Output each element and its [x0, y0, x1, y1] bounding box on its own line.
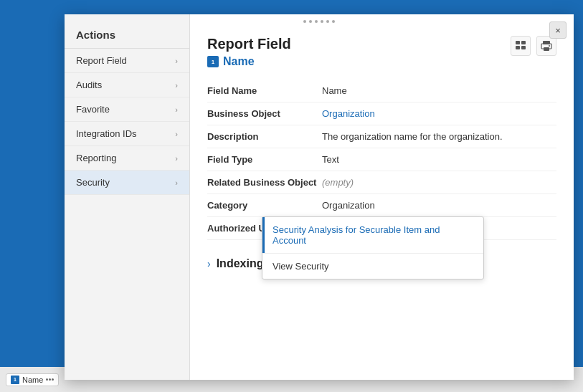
dropdown-item-view-security[interactable]: View Security: [262, 253, 483, 279]
field-label: Description: [207, 131, 322, 142]
dropdown-item-security-analysis[interactable]: Security Analysis for Securable Item and…: [262, 217, 483, 253]
close-button[interactable]: ×: [549, 21, 567, 39]
sidebar-item-reporting[interactable]: Reporting ›: [65, 146, 189, 171]
field-label: Field Name: [207, 85, 322, 96]
sidebar-item-security[interactable]: Security ›: [65, 171, 189, 195]
field-label: Related Business Object: [207, 177, 322, 188]
modal-title: Report Field: [207, 36, 291, 52]
svg-rect-0: [516, 41, 520, 44]
chevron-icon: ›: [175, 178, 178, 187]
svg-rect-1: [521, 41, 526, 44]
svg-rect-2: [516, 46, 520, 49]
chevron-icon: ›: [175, 57, 178, 65]
chevron-icon: ›: [175, 154, 178, 163]
field-row-business-object: Business Object Organization: [207, 102, 556, 125]
field-value: The organization name for the organizati…: [322, 131, 556, 142]
field-row-field-type: Field Type Text: [207, 148, 556, 171]
field-row-related-business-object: Related Business Object (empty): [207, 171, 556, 194]
modal-header: Report Field 1 Name: [207, 29, 556, 68]
sidebar-item-integration-ids[interactable]: Integration IDs ›: [65, 122, 189, 146]
section-expand-icon: ›: [207, 258, 211, 269]
main-content: Report Field 1 Name: [190, 14, 574, 380]
sidebar: Actions Report Field › Audits › Favorite…: [65, 14, 190, 380]
dropdown-item-label: View Security: [272, 261, 329, 272]
bottom-tab-label: Name: [22, 376, 43, 384]
svg-rect-6: [544, 47, 549, 51]
sidebar-item-label: Audits: [76, 80, 102, 90]
field-row-category: Category Organization: [207, 194, 556, 217]
sidebar-item-label: Security: [76, 177, 110, 188]
sidebar-item-favorite[interactable]: Favorite ›: [65, 97, 189, 122]
field-value: Organization: [322, 200, 556, 211]
header-actions: [511, 36, 556, 56]
modal-dialog: × Actions Report Field › Audits › Favori…: [65, 14, 574, 380]
field-label: Category: [207, 200, 322, 211]
grid-icon-button[interactable]: [511, 36, 531, 56]
record-title: 1 Name: [207, 55, 291, 68]
field-label: Business Object: [207, 108, 322, 119]
business-object-link[interactable]: Organization: [322, 108, 556, 119]
sidebar-item-label: Reporting: [76, 153, 116, 163]
sidebar-item-report-field[interactable]: Report Field ›: [65, 49, 189, 73]
sidebar-item-label: Integration IDs: [76, 128, 137, 139]
record-name: Name: [223, 55, 255, 68]
field-row-field-name: Field Name Name: [207, 80, 556, 102]
dropdown-item-label: Security Analysis for Securable Item and…: [272, 224, 473, 246]
field-row-description: Description The organization name for th…: [207, 125, 556, 148]
sidebar-item-label: Favorite: [76, 104, 110, 115]
field-label: Field Type: [207, 154, 322, 165]
chevron-icon: ›: [175, 81, 178, 90]
title-block: Report Field 1 Name: [207, 36, 291, 68]
record-type-icon: 1: [207, 56, 219, 67]
field-value: (empty): [322, 177, 556, 188]
field-value: Text: [322, 154, 556, 165]
sidebar-item-label: Report Field: [76, 55, 127, 66]
background: 1 Name × Actions Report Field › Audits ›: [0, 0, 583, 392]
bottom-tab-dots: [46, 378, 54, 381]
security-dropdown: Security Analysis for Securable Item and…: [262, 216, 484, 279]
sidebar-item-audits[interactable]: Audits ›: [65, 73, 189, 97]
svg-point-7: [549, 45, 550, 47]
chevron-icon: ›: [175, 130, 178, 138]
bottom-tab-name[interactable]: 1 Name: [6, 373, 59, 386]
bottom-tab-icon: 1: [11, 376, 19, 384]
sidebar-title: Actions: [65, 20, 189, 49]
chevron-icon: ›: [175, 105, 178, 114]
print-icon-button[interactable]: [536, 36, 556, 56]
field-value: Name: [322, 85, 556, 96]
svg-rect-3: [521, 46, 526, 49]
